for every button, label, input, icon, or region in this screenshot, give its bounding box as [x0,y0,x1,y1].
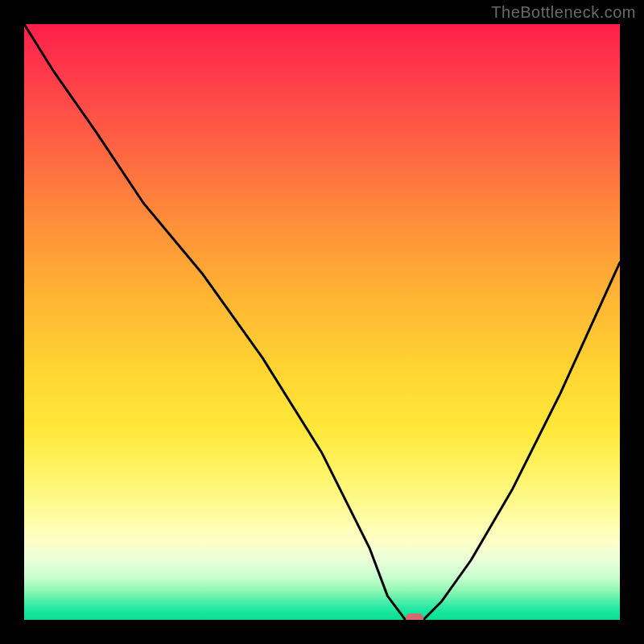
chart-frame: TheBottleneck.com [0,0,644,644]
curve-path [24,24,620,620]
optimal-marker [406,613,423,620]
watermark-text: TheBottleneck.com [491,3,636,22]
bottleneck-curve [24,24,620,620]
plot-area [24,24,620,620]
